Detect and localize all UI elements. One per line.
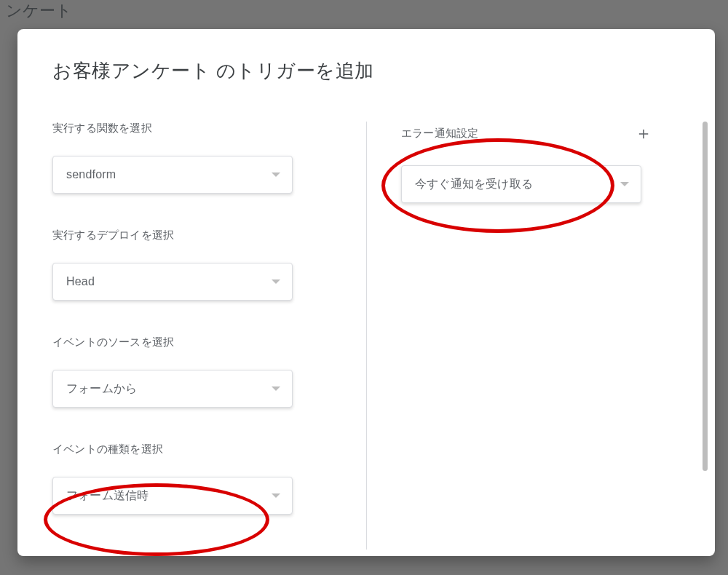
trigger-dialog: お客様アンケート のトリガーを追加 実行する関数を選択 sendform 実行す… <box>17 29 715 556</box>
left-column: 実行する関数を選択 sendform 実行するデプロイを選択 Head イベント… <box>52 122 366 550</box>
function-select-value: sendform <box>66 168 116 181</box>
background-page-title: ンケート <box>0 0 78 22</box>
deploy-select-value: Head <box>66 275 95 288</box>
event-type-value: フォーム送信時 <box>66 488 149 504</box>
dropdown-caret-icon <box>272 493 280 498</box>
dropdown-caret-icon <box>272 172 280 177</box>
dialog-title: お客様アンケート のトリガーを追加 <box>52 58 680 84</box>
column-divider <box>366 122 367 550</box>
dropdown-caret-icon <box>272 279 280 284</box>
dropdown-caret-icon <box>620 182 629 186</box>
event-type-label: イベントの種類を選択 <box>52 443 331 456</box>
scrollbar[interactable] <box>703 122 708 471</box>
error-notification-value: 今すぐ通知を受け取る <box>415 177 533 192</box>
error-notification-label: エラー通知設定 <box>401 127 478 140</box>
right-column: エラー通知設定 ＋ 今すぐ通知を受け取る <box>366 122 680 550</box>
event-source-label: イベントのソースを選択 <box>52 336 331 349</box>
function-select-dropdown[interactable]: sendform <box>52 156 293 194</box>
function-select-label: 実行する関数を選択 <box>52 122 331 135</box>
deploy-select-label: 実行するデプロイを選択 <box>52 229 331 242</box>
error-notification-dropdown[interactable]: 今すぐ通知を受け取る <box>401 165 641 203</box>
add-notification-icon[interactable]: ＋ <box>635 122 652 145</box>
event-source-value: フォームから <box>66 381 137 397</box>
event-source-dropdown[interactable]: フォームから <box>52 370 293 408</box>
dropdown-caret-icon <box>272 386 280 391</box>
deploy-select-dropdown[interactable]: Head <box>52 263 293 301</box>
event-type-dropdown[interactable]: フォーム送信時 <box>52 477 293 515</box>
